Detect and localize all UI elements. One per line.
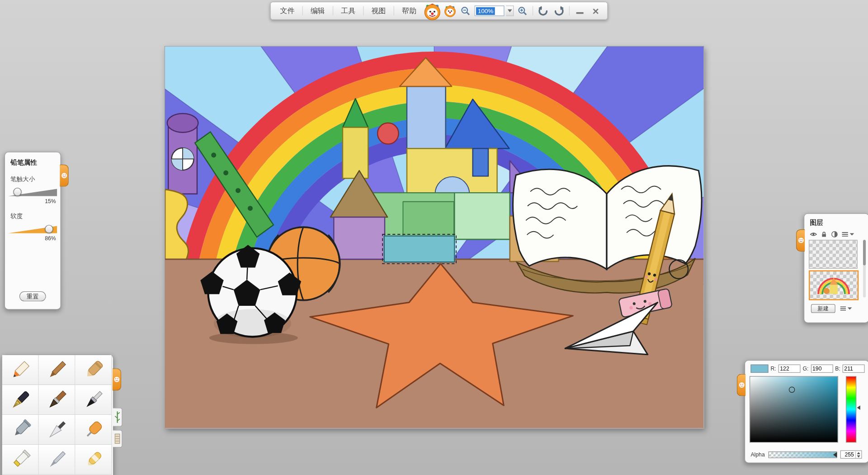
- brush-tool-fountain-pen[interactable]: [2, 385, 39, 415]
- brush-tool-sharp-pencil[interactable]: [2, 355, 39, 385]
- blue-label: B:: [835, 366, 840, 371]
- separator: [569, 6, 570, 15]
- bamboo-icon: [114, 410, 121, 424]
- pencil-panel-title: 铅笔属性: [5, 152, 60, 167]
- layer-options-menu[interactable]: [841, 231, 854, 238]
- brush-tool-metal-pen[interactable]: [39, 445, 75, 475]
- clown-tab-icon: [113, 376, 120, 383]
- alpha-value: 255: [840, 451, 855, 457]
- close-icon: ×: [592, 5, 599, 16]
- zoom-dropdown-button[interactable]: [506, 5, 514, 16]
- zoom-level-value: 100%: [476, 7, 495, 14]
- menu-view[interactable]: 视图: [367, 4, 391, 18]
- separator: [333, 6, 333, 15]
- brush-size-slider-thumb[interactable]: [13, 188, 21, 196]
- undo-button[interactable]: [536, 4, 550, 18]
- layer-item-2-active[interactable]: [809, 271, 859, 300]
- blue-input[interactable]: [843, 365, 865, 373]
- red-label: R:: [770, 366, 776, 371]
- current-color-swatch[interactable]: [750, 365, 768, 373]
- texture-icon: [114, 432, 121, 446]
- layer-item-1[interactable]: [809, 240, 858, 269]
- lock-icon: [821, 231, 828, 238]
- green-input[interactable]: [811, 365, 833, 373]
- menu-file[interactable]: 文件: [275, 4, 300, 18]
- toy-tower: [167, 114, 198, 194]
- zoom-out-button[interactable]: [458, 4, 473, 18]
- menu-edit[interactable]: 编辑: [306, 4, 330, 18]
- softness-label: 软度: [5, 204, 60, 221]
- menu-help[interactable]: 帮助: [397, 4, 421, 18]
- color-panel-tab[interactable]: [737, 374, 746, 396]
- plant-stamp-dock[interactable]: [113, 408, 123, 427]
- clown-tab-icon: [61, 172, 67, 179]
- rgb-row: R: G: B:: [750, 365, 864, 373]
- brush-tool-crayon[interactable]: [75, 445, 112, 475]
- alpha-spinner[interactable]: [855, 451, 861, 458]
- red-input[interactable]: [778, 365, 801, 373]
- brush-tool-wood-pen[interactable]: [39, 355, 75, 385]
- minimize-button[interactable]: [572, 4, 587, 18]
- hue-slider-marker[interactable]: [857, 405, 860, 410]
- layers-scrollbar[interactable]: [863, 240, 866, 297]
- pencil-panel-tab[interactable]: [60, 165, 69, 187]
- new-layer-button[interactable]: 新建: [811, 304, 835, 313]
- layer-list-menu[interactable]: [840, 306, 852, 311]
- alpha-value-field[interactable]: 255: [840, 451, 862, 459]
- reset-button[interactable]: 重置: [19, 291, 46, 301]
- separator: [363, 6, 363, 15]
- green-label: G:: [803, 366, 809, 371]
- redo-button[interactable]: [552, 4, 566, 18]
- layers-toolbar: [804, 228, 868, 240]
- brush-size-slider[interactable]: [8, 187, 58, 198]
- brush-tool-airbrush[interactable]: [2, 415, 39, 445]
- alpha-slider[interactable]: [768, 451, 837, 458]
- hue-slider[interactable]: [846, 376, 856, 442]
- chevron-down-icon: [850, 233, 854, 236]
- brush-size-value: 15%: [5, 198, 60, 204]
- menu-tools[interactable]: 工具: [336, 4, 360, 18]
- list-icon: [840, 306, 847, 311]
- drawing-canvas[interactable]: [165, 46, 704, 429]
- layers-panel-title: 图层: [804, 214, 868, 228]
- separator: [302, 6, 303, 15]
- app-window: 文件 编辑 工具 视图 帮助 100%: [0, 0, 868, 475]
- contrast-icon: [831, 231, 838, 238]
- brush-tool-paint-brush[interactable]: [39, 385, 75, 415]
- layers-footer: 新建: [804, 302, 868, 313]
- pencil-properties-panel: 铅笔属性 笔触大小 15% 软度 86% 重置: [5, 152, 61, 310]
- clown-tab-icon: [738, 382, 745, 389]
- top-toolbar: 文件 编辑 工具 视图 帮助 100%: [270, 2, 608, 20]
- brush-tool-marker[interactable]: [75, 355, 112, 385]
- softness-slider-thumb[interactable]: [45, 225, 53, 233]
- brush-panel-tab[interactable]: [113, 368, 122, 390]
- brush-tool-ink-brush[interactable]: [75, 385, 112, 415]
- secondary-clown-icon[interactable]: [443, 4, 457, 17]
- app-logo-clown-icon[interactable]: [423, 2, 442, 21]
- chevron-down-icon: [848, 308, 852, 310]
- alpha-slider-marker[interactable]: [833, 452, 837, 457]
- softness-value: 86%: [5, 235, 60, 241]
- layer-lock-toggle[interactable]: [821, 231, 828, 238]
- brush-tools-panel: [2, 355, 113, 475]
- minimize-icon: [576, 12, 583, 14]
- eye-icon: [810, 231, 817, 238]
- sv-picker-marker[interactable]: [789, 387, 795, 393]
- alpha-row: Alpha 255: [750, 451, 862, 459]
- layer-blend-toggle[interactable]: [831, 231, 838, 238]
- alpha-label: Alpha: [750, 451, 764, 457]
- texture-stamp-dock[interactable]: [113, 430, 123, 447]
- layer-artwork-thumbnail: [810, 271, 857, 299]
- zoom-level-field[interactable]: 100%: [474, 5, 504, 16]
- zoom-in-button[interactable]: [515, 4, 530, 18]
- brush-tool-paint-tube[interactable]: [2, 445, 39, 475]
- close-button[interactable]: ×: [589, 4, 603, 18]
- softness-slider[interactable]: [8, 224, 58, 235]
- layer-list: [804, 240, 868, 300]
- list-icon: [841, 231, 849, 238]
- brush-tool-palette-knife[interactable]: [39, 415, 75, 445]
- layers-panel-tab[interactable]: [796, 229, 805, 252]
- layer-visibility-toggle[interactable]: [810, 231, 817, 238]
- saturation-value-picker[interactable]: [750, 376, 838, 442]
- brush-tool-roller[interactable]: [75, 415, 112, 445]
